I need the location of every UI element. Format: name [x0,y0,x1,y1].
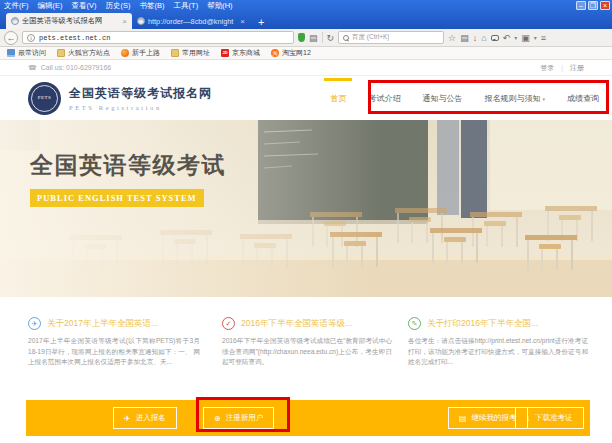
login-link[interactable]: 登录 [540,63,554,73]
chevron-down-icon[interactable]: ▾ [514,34,517,41]
tab-title: http://order—8cbd@knight [148,17,237,26]
tab-close-icon[interactable]: × [122,17,127,26]
downloads-icon[interactable]: ↓ [473,33,478,43]
news-item: ✈ 关于2017年上半年全国英语... 2017年上半年全国英语等级考试(以下简… [28,317,200,368]
menu-help[interactable]: 帮助(H) [207,1,232,11]
nav-exam-intro[interactable]: 考试介绍 [357,93,411,104]
site-subtitle: PETS Registration [69,104,212,111]
chevron-down-icon[interactable]: ▾ [534,34,537,41]
library-icon[interactable]: ▤ [460,33,469,43]
menu-edit[interactable]: 编辑(E) [38,1,63,11]
new-tab-button[interactable]: + [254,15,268,29]
contact-strip: ☎ Call us: 010-62979166 登录 | 注册 [0,60,612,76]
url-text: pets.etest.net.cn [39,34,110,42]
bookmark-label: 京东商城 [232,48,260,58]
refresh-icon[interactable]: ↻ [327,33,335,43]
register-icon: ⊕ [214,414,221,423]
menu-file[interactable]: 文件(F) [4,1,29,11]
button-label: 下载准考证 [535,413,573,423]
nav-rules[interactable]: 报名规则与须知 ▾ [473,93,556,104]
news-headline[interactable]: ✓ 2016年下半年全国英语等级... [222,317,392,330]
bookmark-label: 淘宝网12 [282,48,311,58]
news-item: ✎ 关于打印2016年下半年全国... 各位考生：请点击链接http://pri… [408,317,588,368]
browser-window: 文件(F) 编辑(E) 查看(V) 历史(S) 书签(B) 工具(T) 帮助(H… [0,0,612,443]
bookmark-common-sites[interactable]: 常用网址 [171,48,210,58]
search-icon [343,35,349,41]
site-info-icon[interactable]: i [27,34,35,42]
menu-bookmarks[interactable]: 书签(B) [140,1,165,11]
folder-icon [57,49,65,57]
restore-button[interactable]: ❐ [588,1,598,10]
button-label: 进入报名 [136,413,166,423]
search-placeholder: 百度 (Ctrl+K) [352,33,389,42]
chevron-down-icon: ▾ [542,96,545,102]
menu-view[interactable]: 查看(V) [72,1,97,11]
register-link[interactable]: 注册 [570,63,584,73]
tab-close-icon[interactable]: × [240,17,245,26]
news-item: ✓ 2016年下半年全国英语等级... 2016年下半年全国英语等级考试成绩已在… [222,317,392,368]
enter-registration-button[interactable]: ✈ 进入报名 [113,407,177,429]
screenshot-icon[interactable]: ▣ [521,33,530,43]
news-headline[interactable]: ✈ 关于2017年上半年全国英语... [28,317,200,330]
folder-icon [171,49,179,57]
shield-icon[interactable] [298,33,305,42]
bookmark-taobao[interactable]: 淘 淘宝网12 [271,48,311,58]
hamburger-menu-icon[interactable]: ≡ [541,33,546,43]
document-icon: ▤ [459,414,467,423]
tab-pets-site[interactable]: 全国英语等级考试报名网 × [6,13,132,29]
menu-tools[interactable]: 工具(T) [174,1,199,11]
reader-icon[interactable]: ▤ [309,33,318,43]
nav-label: 考试介绍 [368,93,400,104]
tab-strip: 全国英语等级考试报名网 × http://order—8cbd@knight ×… [6,13,268,29]
news-title: 关于2017年上半年全国英语... [47,318,158,330]
action-bar: ✈ 进入报名 ⊕ 注册新用户 ▤ 继续我的报考 ↓ 下载准考证 [26,400,590,436]
bookmark-label: 常用网址 [182,48,210,58]
browser-menu-bar: 文件(F) 编辑(E) 查看(V) 历史(S) 书签(B) 工具(T) 帮助(H… [4,0,233,12]
browser-toolbar: ← i pets.etest.net.cn ▤ ↻ 百度 (Ctrl+K) ☆ … [0,29,612,47]
nav-home[interactable]: 首页 [319,93,357,104]
hero-banner: 全国英语等级考试 PUBLIC ENGLISH TEST SYSTEM [0,120,612,297]
news-title: 关于打印2016年下半年全国... [427,318,538,330]
bookmark-label: 最常访问 [18,48,46,58]
close-button[interactable]: × [600,1,610,10]
phone-number: Call us: 010-62979166 [41,64,111,71]
news-title: 2016年下半年全国英语等级... [241,318,352,330]
auth-divider: | [561,64,563,71]
title-bar: 文件(F) 编辑(E) 查看(V) 历史(S) 书签(B) 工具(T) 帮助(H… [0,0,612,29]
nav-notices[interactable]: 通知与公告 [411,93,473,104]
search-input[interactable]: 百度 (Ctrl+K) [338,31,444,44]
chat-icon[interactable] [491,35,499,41]
bookmark-star-icon[interactable]: ☆ [448,33,456,43]
download-icon: ↓ [526,414,530,423]
bookmark-label: 火狐官方站点 [68,48,110,58]
brand-text: 全国英语等级考试报名网 PETS Registration [69,85,212,111]
nav-label: 报名规则与须知 [484,93,540,104]
news-body: 2016年下半年全国英语等级考试成绩已在“教育部考试中心综合查询网”(http:… [222,336,392,368]
auth-links: 登录 | 注册 [540,63,584,73]
news-headline[interactable]: ✎ 关于打印2016年下半年全国... [408,317,588,330]
bookmark-most-visited[interactable]: 最常访问 [7,48,46,58]
bookmark-firefox-official[interactable]: 火狐官方站点 [57,48,110,58]
bookmark-jd[interactable]: JD 京东商城 [221,48,260,58]
minimize-button[interactable]: – [576,1,586,10]
globe-favicon [11,17,19,25]
jd-icon: JD [221,49,229,57]
toolbar-divider [322,32,323,43]
window-controls: – ❐ × [576,1,610,10]
bookmark-getting-started[interactable]: 新手上路 [121,48,160,58]
tab-order-page[interactable]: http://order—8cbd@knight × [132,13,250,29]
main-nav: 首页 考试介绍 通知与公告 报名规则与须知 ▾ 成绩查询 [319,93,610,104]
undo-icon[interactable]: ↶ [503,33,511,43]
download-admission-ticket-button[interactable]: ↓ 下载准考证 [515,407,584,429]
button-label: 继续我的报考 [472,413,517,423]
site-title: 全国英语等级考试报名网 [69,85,212,102]
hero-subtitle-badge: PUBLIC ENGLISH TEST SYSTEM [30,189,204,207]
nav-label: 通知与公告 [422,93,462,104]
news-body: 各位考生：请点击链接http://print.etest.net.cn/prin… [408,336,588,368]
nav-score-query[interactable]: 成绩查询 [556,93,610,104]
home-icon[interactable]: ⌂ [481,33,486,43]
address-bar[interactable]: i pets.etest.net.cn [22,31,294,44]
menu-history[interactable]: 历史(S) [106,1,131,11]
register-new-user-button[interactable]: ⊕ 注册新用户 [203,407,274,429]
back-button[interactable]: ← [4,31,18,45]
